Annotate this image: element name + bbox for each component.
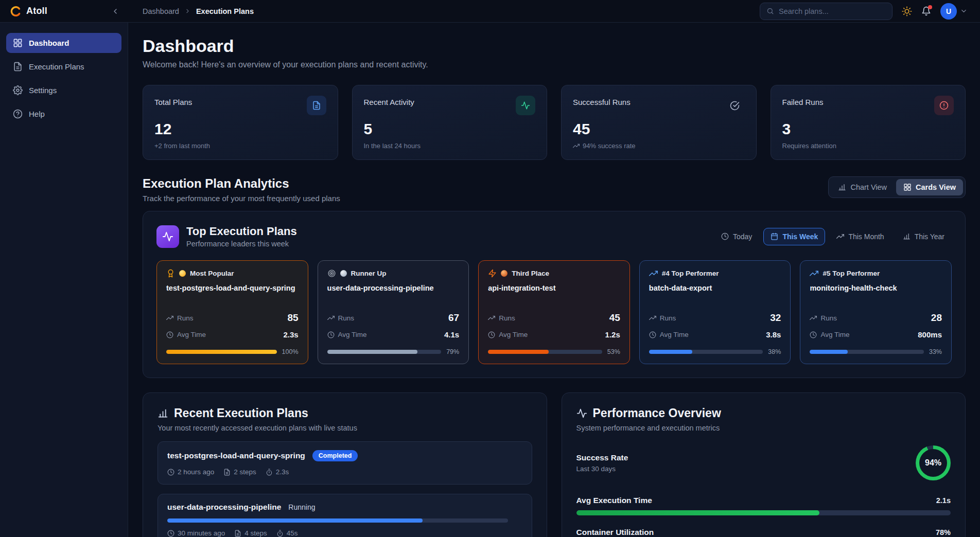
progress-track xyxy=(488,350,602,354)
silver-medal-icon xyxy=(340,270,347,277)
avg-time-label: Avg Time xyxy=(660,331,689,338)
sidebar-collapse-button[interactable] xyxy=(109,5,122,18)
grid-icon xyxy=(903,183,912,191)
award-icon xyxy=(166,269,175,278)
plan-badge: Most Popular xyxy=(190,270,234,277)
clock-icon xyxy=(167,469,174,476)
help-circle-icon xyxy=(13,109,23,119)
sidebar-item-dashboard[interactable]: Dashboard xyxy=(6,33,121,53)
sidebar: Dashboard Execution Plans Settings Help xyxy=(0,23,128,537)
plan-badge: Runner Up xyxy=(351,270,387,277)
filter-this-year-button[interactable]: This Year xyxy=(896,228,952,245)
plan-badge: #5 Top Performer xyxy=(822,270,880,277)
plan-name: test-postgres-load-and-query-spring xyxy=(166,283,299,306)
brand-name: Atoll xyxy=(26,6,47,16)
clock-icon xyxy=(488,331,495,338)
plan-name: api-integration-test xyxy=(488,283,620,306)
success-rate-value: 94% xyxy=(925,458,941,468)
progress-fill xyxy=(576,510,820,515)
filter-label: This Month xyxy=(848,232,884,241)
avg-time-value: 800ms xyxy=(918,330,942,339)
progress-fill xyxy=(810,350,847,354)
stat-card-failed-runs: Failed Runs 3 Requires attention xyxy=(771,85,966,160)
stat-value: 45 xyxy=(573,120,745,138)
clock-icon xyxy=(810,331,817,338)
plan-card-5[interactable]: #5 Top Performer monitoring-health-check… xyxy=(800,260,952,364)
plan-name: batch-data-export xyxy=(649,283,781,306)
sidebar-item-help[interactable]: Help xyxy=(6,104,121,124)
plan-card-runner-up[interactable]: Runner Up user-data-processing-pipeline … xyxy=(318,260,469,364)
recent-plan-item[interactable]: user-data-processing-pipeline Running 30… xyxy=(157,494,532,537)
clock-icon xyxy=(327,331,335,338)
timer-icon xyxy=(266,469,273,476)
view-toggle: Chart View Cards View xyxy=(828,176,966,198)
progress-fill xyxy=(166,350,277,354)
runs-label: Runs xyxy=(177,314,194,322)
calendar-icon xyxy=(771,232,778,240)
trending-up-icon xyxy=(810,269,818,278)
plan-name: user-data-processing-pipeline xyxy=(327,283,460,306)
grid-icon xyxy=(13,38,23,48)
chart-view-button[interactable]: Chart View xyxy=(831,179,894,195)
shell: Dashboard Execution Plans Settings Help … xyxy=(0,23,980,537)
avg-time-label: Avg Time xyxy=(499,331,528,338)
progress-fill xyxy=(167,518,423,523)
runs-value: 85 xyxy=(287,312,298,324)
progress-track xyxy=(649,350,763,354)
container-utilization-metric: Container Utilization 78% xyxy=(576,528,951,537)
avg-time-label: Avg Time xyxy=(177,331,206,338)
plan-card-4[interactable]: #4 Top Performer batch-data-export Runs … xyxy=(639,260,791,364)
trending-up-icon xyxy=(327,314,335,321)
sidebar-item-settings[interactable]: Settings xyxy=(6,80,121,100)
user-menu[interactable]: U xyxy=(940,3,968,20)
progress-track xyxy=(167,518,508,523)
runs-value: 28 xyxy=(931,312,942,324)
avg-time-value: 2.3s xyxy=(283,330,298,339)
metric-label: Success Rate xyxy=(576,453,628,462)
filter-label: Today xyxy=(733,232,752,241)
top-plans-title: Top Execution Plans xyxy=(186,225,297,238)
breadcrumb-parent[interactable]: Dashboard xyxy=(143,7,179,15)
theme-toggle-button[interactable] xyxy=(902,6,912,16)
status-text: Running xyxy=(288,503,315,511)
success-rate-ring: 94% xyxy=(916,445,951,480)
file-text-icon xyxy=(223,469,231,476)
file-text-icon xyxy=(234,530,241,537)
analytics-subtitle: Track the performance of your most frequ… xyxy=(143,194,340,203)
filter-this-week-button[interactable]: This Week xyxy=(763,228,825,245)
performance-panel: Performance Overview System performance … xyxy=(562,392,966,537)
cards-view-button[interactable]: Cards View xyxy=(896,179,963,195)
atoll-logo-icon xyxy=(9,5,22,17)
avg-time-value: 3.8s xyxy=(766,330,781,339)
sidebar-item-execution-plans[interactable]: Execution Plans xyxy=(6,57,121,77)
stat-card-successful-runs: Successful Runs 45 94% success rate xyxy=(561,85,757,160)
stat-value: 12 xyxy=(154,120,326,138)
progress-percent: 38% xyxy=(768,348,781,355)
trending-up-icon xyxy=(649,269,658,278)
bronze-medal-icon xyxy=(501,270,507,277)
stat-label: Recent Activity xyxy=(364,96,414,106)
plan-card-third-place[interactable]: Third Place api-integration-test Runs 45… xyxy=(478,260,630,364)
runs-label: Runs xyxy=(660,314,676,322)
chevron-left-icon xyxy=(111,7,119,15)
notifications-button[interactable] xyxy=(921,6,931,16)
status-badge: Completed xyxy=(312,450,358,461)
recent-plan-time: 2 hours ago xyxy=(178,468,214,476)
recent-plan-time: 30 minutes ago xyxy=(178,529,225,537)
filter-today-button[interactable]: Today xyxy=(714,228,759,245)
filter-this-month-button[interactable]: This Month xyxy=(829,228,891,245)
recent-plan-item[interactable]: test-postgres-load-and-query-spring Comp… xyxy=(157,441,532,485)
avatar[interactable]: U xyxy=(940,3,957,20)
trending-up-icon xyxy=(649,314,656,321)
filter-label: This Week xyxy=(782,232,818,241)
recent-plan-duration: 45s xyxy=(287,529,298,537)
progress-fill xyxy=(327,350,417,354)
search-container xyxy=(760,3,892,20)
plan-card-most-popular[interactable]: Most Popular test-postgres-load-and-quer… xyxy=(156,260,308,364)
search-input[interactable] xyxy=(779,7,886,15)
stat-card-recent-activity: Recent Activity 5 In the last 24 hours xyxy=(352,85,548,160)
clock-icon xyxy=(167,530,174,537)
chevron-down-icon xyxy=(960,7,968,15)
runs-label: Runs xyxy=(499,314,515,322)
brand: Atoll xyxy=(9,5,109,17)
